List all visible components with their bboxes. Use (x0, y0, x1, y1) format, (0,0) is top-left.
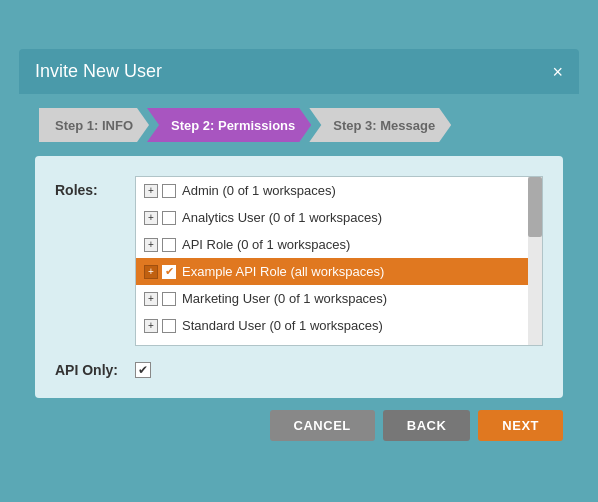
dialog-header: Invite New User × (19, 49, 579, 94)
api-only-label: API Only: (55, 362, 135, 378)
scrollbar-thumb[interactable] (528, 177, 542, 237)
role-item-marketing[interactable]: + Marketing User (0 of 1 workspaces) (136, 285, 542, 312)
checkbox-standard[interactable] (162, 319, 176, 333)
step-2[interactable]: Step 2: Permissions (147, 108, 311, 142)
checkbox-api-role[interactable] (162, 238, 176, 252)
roles-list-container: + Admin (0 of 1 workspaces) + Analytics … (135, 176, 543, 346)
role-item-api-role[interactable]: + API Role (0 of 1 workspaces) (136, 231, 542, 258)
expand-icon-example-api[interactable]: + (144, 265, 158, 279)
invite-dialog: Invite New User × Step 1: INFO Step 2: P… (19, 49, 579, 453)
steps-bar: Step 1: INFO Step 2: Permissions Step 3:… (19, 94, 579, 156)
api-only-checkbox[interactable]: ✔ (135, 362, 151, 378)
footer: CANCEL BACK NEXT (19, 398, 579, 453)
checkbox-marketing[interactable] (162, 292, 176, 306)
checkbox-example-api[interactable]: ✔ (162, 265, 176, 279)
api-only-section: API Only: ✔ (55, 362, 543, 378)
close-button[interactable]: × (552, 63, 563, 81)
scrollbar-track (528, 177, 542, 345)
step-3[interactable]: Step 3: Message (309, 108, 451, 142)
expand-icon-standard[interactable]: + (144, 319, 158, 333)
checkbox-admin[interactable] (162, 184, 176, 198)
next-button[interactable]: NEXT (478, 410, 563, 441)
content-area: Roles: + Admin (0 of 1 workspaces) + Ana… (35, 156, 563, 398)
role-item-admin[interactable]: + Admin (0 of 1 workspaces) (136, 177, 542, 204)
role-label-example-api: Example API Role (all workspaces) (182, 264, 384, 279)
role-label-api-role: API Role (0 of 1 workspaces) (182, 237, 350, 252)
cancel-button[interactable]: CANCEL (270, 410, 375, 441)
role-label-analytics: Analytics User (0 of 1 workspaces) (182, 210, 382, 225)
role-item-example-api[interactable]: + ✔ Example API Role (all workspaces) (136, 258, 542, 285)
roles-scroll[interactable]: + Admin (0 of 1 workspaces) + Analytics … (136, 177, 542, 345)
step-1[interactable]: Step 1: INFO (39, 108, 149, 142)
dialog-title: Invite New User (35, 61, 162, 82)
roles-section: Roles: + Admin (0 of 1 workspaces) + Ana… (55, 176, 543, 346)
role-label-marketing: Marketing User (0 of 1 workspaces) (182, 291, 387, 306)
expand-icon-admin[interactable]: + (144, 184, 158, 198)
expand-icon-analytics[interactable]: + (144, 211, 158, 225)
expand-icon-api-role[interactable]: + (144, 238, 158, 252)
role-item-standard[interactable]: + Standard User (0 of 1 workspaces) (136, 312, 542, 339)
role-item-analytics[interactable]: + Analytics User (0 of 1 workspaces) (136, 204, 542, 231)
expand-icon-marketing[interactable]: + (144, 292, 158, 306)
role-label-standard: Standard User (0 of 1 workspaces) (182, 318, 383, 333)
checkbox-analytics[interactable] (162, 211, 176, 225)
role-label-admin: Admin (0 of 1 workspaces) (182, 183, 336, 198)
roles-label: Roles: (55, 176, 135, 198)
back-button[interactable]: BACK (383, 410, 471, 441)
